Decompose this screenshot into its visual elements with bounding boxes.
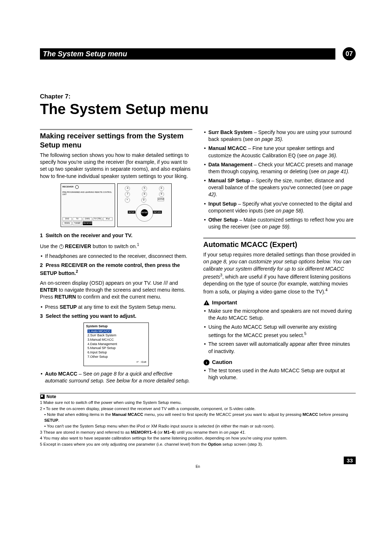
step-2: 2 Press RECEIVER on the remote control, …: [40, 262, 192, 277]
remote-receiver-label: RECEIVER: [62, 185, 74, 189]
osd-item-4: 4.Data Management: [86, 342, 146, 347]
imp-2: Using the Auto MCACC Setup will overwrit…: [208, 324, 356, 339]
osd-item-2: 2.Surr Back System: [86, 333, 146, 338]
power-icon: [59, 244, 64, 249]
osd-figure: System Setup 1.Auto MCACC 2.Surr Back Sy…: [40, 323, 192, 366]
fn-5: 5 Except in cases where you are only adj…: [40, 442, 356, 447]
bullet-headphones: If headphones are connected to the recei…: [45, 253, 192, 260]
header-bar: The System Setup menu 07: [40, 47, 356, 60]
item-other-setup: Other Setup – Make customized settings t…: [208, 216, 356, 230]
step-3: 3 Select the setting you want to adjust.: [40, 313, 192, 320]
page-lang: En: [40, 465, 356, 469]
fn-2a: 2 • To see the on-screen display, please…: [40, 406, 356, 412]
left-column: Making receiver settings from the System…: [40, 129, 192, 386]
page-badge: 07: [343, 47, 356, 60]
mcacc-expert-desc: If your setup requires more detailed set…: [203, 251, 356, 295]
important-heading: ! Important: [203, 299, 356, 306]
item-input-setup: Input Setup – Specify what you've connec…: [208, 200, 356, 214]
remote-right: 4 5 6 7 8 9 + 0 ENTER: [117, 183, 172, 227]
section-heading-2: Automatic MCACC (Expert): [203, 240, 356, 249]
imp-1: Make sure the microphone and speakers ar…: [208, 308, 356, 321]
osd-item-5: 5.Manual SP Setup: [86, 346, 146, 351]
step-1-line: Use the RECEIVER button to switch on.1: [40, 242, 192, 250]
section-divider-2: [203, 238, 356, 239]
osd-item-7: 7.Other Setup: [86, 355, 146, 359]
osd-item-3: 3.Manual MCACC: [86, 338, 146, 342]
remote-sub-label: PRE-PROGRAMMED AND LEARNING REMOTE CONTR…: [62, 191, 113, 196]
intro-paragraph: The following section shows you how to m…: [40, 152, 192, 180]
page-number: 33: [344, 457, 356, 464]
osd-exit: ↵ : Exit: [86, 360, 146, 364]
warning-icon: !: [203, 300, 210, 305]
bullet-auto-mcacc: Auto MCACC – See on page 8 for a quick a…: [45, 370, 192, 384]
section-divider: [40, 129, 192, 130]
caution-list: The test tones used in the Auto MCACC Se…: [203, 367, 356, 381]
fn-2c: • You can't use the System Setup menu wh…: [40, 424, 356, 429]
fn-2b: • Note that when editing items in the Ma…: [40, 412, 356, 423]
svg-text:!: !: [206, 360, 207, 364]
note-icon: [40, 394, 45, 399]
important-list: Make sure the microphone and speakers ar…: [203, 308, 356, 355]
section-heading-1: Making receiver settings from the System…: [40, 131, 192, 150]
remote-figure: RECEIVER PRE-PROGRAMMED AND LEARNING REM…: [40, 183, 192, 227]
right-column: Surr Back System – Specify how you are u…: [203, 129, 356, 386]
fn-3: 3 These are stored in memory and referre…: [40, 430, 356, 436]
fn-4: 4 You may also want to have separate cal…: [40, 436, 356, 441]
bullet-setup-exit: Press SETUP at any time to exit the Syst…: [45, 304, 192, 311]
caution-icon: !: [203, 359, 210, 365]
imp-3: The screen saver will automatically appe…: [208, 341, 356, 355]
header-title: The System Setup menu: [40, 48, 335, 60]
osd-item-1: 1.Auto MCACC: [87, 329, 111, 333]
chapter-label: Chapter 7:: [40, 93, 356, 100]
auto-mcacc-bullet: Auto MCACC – See on page 8 for a quick a…: [40, 370, 192, 384]
osd-title: System Setup: [86, 324, 146, 329]
footnotes: Note 1 Make sure not to switch off the p…: [40, 393, 356, 447]
caution-heading: ! Caution: [203, 358, 356, 366]
settings-list: Surr Back System – Specify how you are u…: [203, 129, 356, 230]
item-manual-mcacc: Manual MCACC – Fine tune your speaker se…: [208, 145, 356, 159]
note-label: Note: [46, 394, 56, 399]
step2-bullets: Press SETUP at any time to exit the Syst…: [40, 304, 192, 311]
step1-bullets: If headphones are connected to the recei…: [40, 253, 192, 260]
step-1: 1 Switch on the receiver and your TV.: [40, 232, 192, 239]
page-footer: 33 En: [40, 457, 356, 469]
step-2-desc: An on-screen display (OSD) appears on yo…: [40, 280, 192, 301]
main-title: The System Setup menu: [40, 101, 356, 117]
svg-text:!: !: [206, 301, 207, 305]
remote-left: RECEIVER PRE-PROGRAMMED AND LEARNING REM…: [61, 183, 115, 227]
fn-1: 1 Make sure not to switch off the power …: [40, 400, 356, 406]
item-data-mgmt: Data Management – Check your MCACC prese…: [208, 161, 356, 175]
osd-item-6: 6.Input Setup: [86, 351, 146, 355]
item-surr-back: Surr Back System – Specify how you are u…: [208, 129, 356, 143]
item-manual-sp: Manual SP Setup – Specify the size, numb…: [208, 177, 356, 198]
caution-1: The test tones used in the Auto MCACC Se…: [208, 367, 356, 381]
